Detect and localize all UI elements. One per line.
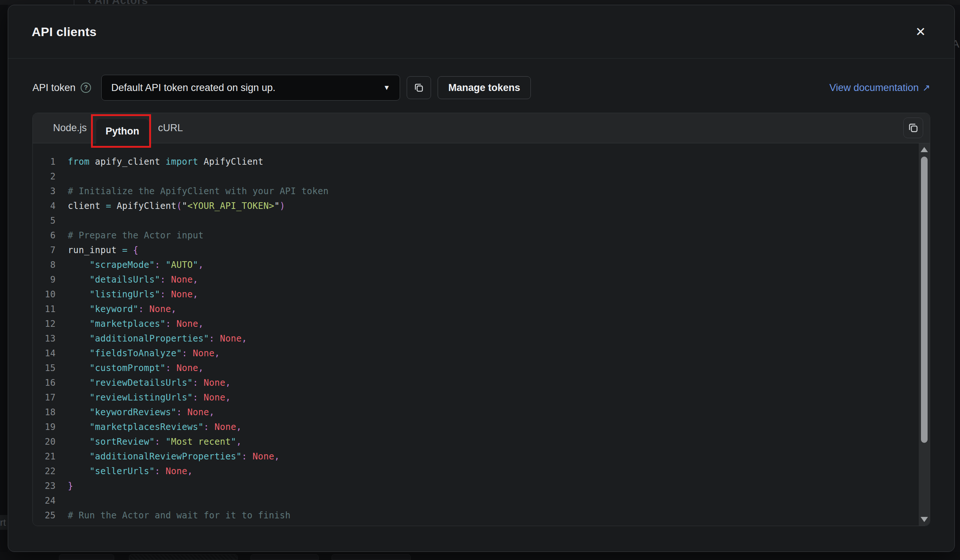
- code-text: "keywordReviews": None,: [68, 405, 214, 420]
- modal-header: API clients ✕: [8, 5, 954, 59]
- code-text: from apify_client import ApifyClient: [68, 154, 263, 169]
- scrollbar-thumb[interactable]: [921, 157, 928, 443]
- api-token-row: API token ? Default API token created on…: [32, 75, 930, 101]
- line-number: 20: [33, 434, 56, 449]
- code-line: 16 "reviewDetailsUrls": None,: [33, 375, 930, 390]
- code-line: 21 "additionalReviewProperties": None,: [33, 449, 930, 464]
- code-line: 19 "marketplacesReviews": None,: [33, 420, 930, 434]
- code-text: "keyword": None,: [68, 302, 176, 317]
- background-ghost-tab: [251, 554, 318, 560]
- line-number: 22: [33, 464, 56, 478]
- modal-title: API clients: [32, 25, 96, 39]
- code-line: 10 "listingUrls": None,: [33, 287, 930, 302]
- code-line: 3# Initialize the ApifyClient with your …: [33, 184, 930, 198]
- line-number: 5: [33, 213, 56, 228]
- code-line: 7run_input = {: [33, 243, 930, 258]
- code-line: 1from apify_client import ApifyClient: [33, 154, 930, 169]
- code-line: 15 "customPrompt": None,: [33, 361, 930, 375]
- code-text: "sortReview": "Most recent",: [68, 434, 242, 449]
- close-icon[interactable]: ✕: [910, 21, 931, 42]
- code-text: "marketplacesReviews": None,: [68, 420, 242, 434]
- tab-curl[interactable]: cURL: [151, 113, 190, 143]
- chevron-down-icon: ▼: [383, 84, 390, 92]
- line-number: 9: [33, 272, 56, 287]
- manage-tokens-button[interactable]: Manage tokens: [438, 76, 531, 99]
- code-text: "detailsUrls": None,: [68, 272, 198, 287]
- code-line: 18 "keywordReviews": None,: [33, 405, 930, 420]
- background-divider: [74, 0, 74, 5]
- code-text: "additionalProperties": None,: [68, 331, 247, 346]
- code-line: 8 "scrapeMode": "AUTO",: [33, 258, 930, 272]
- view-documentation-label: View documentation: [829, 82, 919, 94]
- background-left-edge: [0, 5, 8, 560]
- background-page-bottom: [0, 552, 960, 560]
- code-lines: 1from apify_client import ApifyClient23#…: [33, 154, 930, 523]
- code-text: }: [68, 478, 73, 493]
- line-number: 24: [33, 493, 56, 508]
- line-number: 6: [33, 228, 56, 243]
- line-number: 1: [33, 154, 56, 169]
- code-text: # Run the Actor and wait for it to finis…: [68, 508, 291, 523]
- line-number: 12: [33, 317, 56, 331]
- background-ghost-tab: [331, 554, 411, 560]
- code-text: "scrapeMode": "AUTO",: [68, 258, 204, 272]
- api-clients-modal: API clients ✕ API token ? Default API to…: [8, 5, 955, 552]
- code-line: 12 "marketplaces": None,: [33, 317, 930, 331]
- code-text: # Prepare the Actor input: [68, 228, 204, 243]
- line-number: 19: [33, 420, 56, 434]
- code-text: "customPrompt": None,: [68, 361, 204, 375]
- modal-body: API token ? Default API token created on…: [8, 59, 954, 526]
- background-text-fragment-left: rt: [0, 515, 7, 530]
- code-text: "additionalReviewProperties": None,: [68, 449, 280, 464]
- copy-icon: [413, 82, 424, 93]
- code-text: "reviewDetailsUrls": None,: [68, 375, 230, 390]
- line-number: 15: [33, 361, 56, 375]
- help-icon[interactable]: ?: [81, 83, 91, 93]
- api-token-label: API token: [32, 82, 75, 94]
- view-documentation-link[interactable]: View documentation ↗: [829, 82, 930, 94]
- line-number: 23: [33, 478, 56, 493]
- code-text: "fieldsToAnalyze": None,: [68, 346, 220, 361]
- code-text: run_input = {: [68, 243, 139, 258]
- line-number: 25: [33, 508, 56, 523]
- code-text: "listingUrls": None,: [68, 287, 198, 302]
- background-page-top: ‹ All Actors: [0, 0, 960, 5]
- api-client-code-panel: Node.js Python cURL 1from apify_client i…: [32, 113, 930, 526]
- line-number: 8: [33, 258, 56, 272]
- code-line: 24: [33, 493, 930, 508]
- code-text: "marketplaces": None,: [68, 317, 204, 331]
- scrollbar[interactable]: [919, 143, 930, 526]
- copy-code-button[interactable]: [903, 118, 923, 138]
- line-number: 18: [33, 405, 56, 420]
- background-ghost-tab: [129, 554, 238, 560]
- tab-python[interactable]: Python: [96, 119, 149, 143]
- code-text: "reviewListingUrls": None,: [68, 390, 230, 405]
- code-line: 25# Run the Actor and wait for it to fin…: [33, 508, 930, 523]
- code-text: "sellerUrls": None,: [68, 464, 193, 478]
- line-number: 10: [33, 287, 56, 302]
- code-line: 11 "keyword": None,: [33, 302, 930, 317]
- tab-nodejs[interactable]: Node.js: [46, 113, 94, 143]
- code-editor[interactable]: 1from apify_client import ApifyClient23#…: [33, 143, 930, 526]
- copy-icon: [907, 122, 919, 134]
- code-line: 5: [33, 213, 930, 228]
- line-number: 21: [33, 449, 56, 464]
- line-number: 3: [33, 184, 56, 198]
- code-line: 4client = ApifyClient("<YOUR_API_TOKEN>"…: [33, 198, 930, 213]
- code-line: 14 "fieldsToAnalyze": None,: [33, 346, 930, 361]
- api-token-dropdown[interactable]: Default API token created on sign up. ▼: [101, 75, 400, 101]
- code-line: 9 "detailsUrls": None,: [33, 272, 930, 287]
- code-text: client = ApifyClient("<YOUR_API_TOKEN>"): [68, 198, 285, 213]
- line-number: 17: [33, 390, 56, 405]
- code-line: 23}: [33, 478, 930, 493]
- code-line: 20 "sortReview": "Most recent",: [33, 434, 930, 449]
- external-link-arrow-icon: ↗: [922, 83, 930, 93]
- api-token-dropdown-value: Default API token created on sign up.: [111, 82, 275, 94]
- scroll-up-icon[interactable]: [921, 147, 928, 152]
- scroll-down-icon[interactable]: [921, 517, 928, 522]
- copy-token-button[interactable]: [407, 76, 431, 99]
- code-text: # Initialize the ApifyClient with your A…: [68, 184, 329, 198]
- code-line: 17 "reviewListingUrls": None,: [33, 390, 930, 405]
- line-number: 14: [33, 346, 56, 361]
- line-number: 13: [33, 331, 56, 346]
